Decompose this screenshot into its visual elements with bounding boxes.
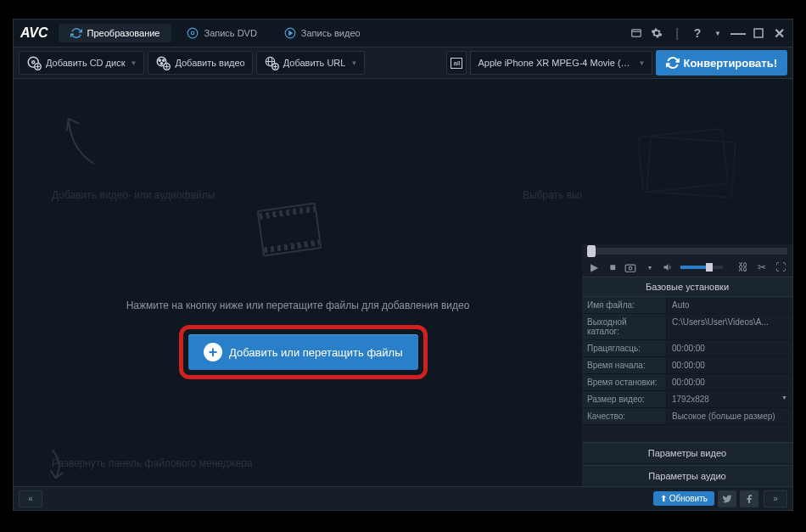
chevron-down-icon: ▼ bbox=[639, 59, 646, 67]
camera-icon[interactable] bbox=[624, 262, 638, 272]
button-label: Добавить видео bbox=[175, 58, 244, 68]
tab-dvd[interactable]: Запись DVD bbox=[175, 24, 268, 42]
button-label: Добавить или перетащить файлы bbox=[229, 346, 403, 359]
convert-button[interactable]: Конвертировать! bbox=[656, 50, 787, 76]
button-label: Обновить bbox=[669, 494, 708, 503]
update-button[interactable]: ⬆ Обновить bbox=[653, 491, 714, 506]
setting-row: Працягласць:00:00:00 bbox=[582, 340, 792, 357]
svg-point-28 bbox=[629, 266, 632, 270]
link-icon[interactable]: ⛓ bbox=[736, 261, 750, 273]
svg-rect-6 bbox=[754, 29, 763, 37]
setting-value[interactable]: Высокое (больше размер) bbox=[667, 408, 792, 424]
setting-value[interactable]: 00:00:00 bbox=[667, 340, 792, 356]
app-window: AVC Преобразование Запись DVD Запись вид… bbox=[13, 19, 793, 511]
tab-label: Запись DVD bbox=[204, 28, 256, 38]
expand-panel-button[interactable]: « bbox=[19, 490, 42, 507]
seek-slider[interactable] bbox=[587, 248, 787, 255]
hint-arrow-icon bbox=[48, 108, 108, 178]
minimize-icon[interactable]: — bbox=[731, 26, 745, 40]
drop-zone[interactable]: Добавить видео- или аудиофайлы Выбрать в… bbox=[14, 79, 582, 486]
expand-right-button[interactable]: » bbox=[764, 490, 787, 507]
volume-icon[interactable] bbox=[662, 262, 675, 272]
titlebar: AVC Преобразование Запись DVD Запись вид… bbox=[14, 20, 792, 47]
svg-point-15 bbox=[161, 63, 163, 64]
setting-row: Размер видео:1792x828▼ bbox=[582, 391, 792, 408]
player-controls: ▶ ■ ▼ ⛓ ✂ ⛶ bbox=[582, 258, 792, 277]
settings-table: Имя файла:Auto Выходной каталог:C:\Users… bbox=[582, 297, 792, 425]
film-plus-icon bbox=[155, 55, 171, 70]
svg-marker-3 bbox=[289, 31, 293, 36]
output-profile-select[interactable]: Apple iPhone XR MPEG-4 Movie (*.m... ▼ bbox=[470, 51, 652, 75]
stop-icon[interactable]: ■ bbox=[606, 261, 619, 273]
gear-icon[interactable] bbox=[650, 26, 663, 40]
svg-point-0 bbox=[188, 28, 199, 38]
right-panel: ▶ ■ ▼ ⛓ ✂ ⛶ Базовые установки Имя ф bbox=[582, 79, 792, 486]
button-label: Добавить URL bbox=[283, 58, 346, 68]
maximize-icon[interactable] bbox=[752, 26, 765, 40]
svg-rect-27 bbox=[625, 265, 635, 272]
facebook-icon[interactable] bbox=[740, 490, 758, 507]
chevron-down-icon: ▼ bbox=[131, 59, 137, 67]
add-files-button[interactable]: + Добавить или перетащить файлы bbox=[188, 334, 418, 370]
expand-icon[interactable]: ⛶ bbox=[774, 261, 787, 273]
svg-point-13 bbox=[160, 59, 161, 61]
volume-slider[interactable] bbox=[680, 266, 723, 269]
tab-label: Преобразование bbox=[87, 28, 160, 38]
app-logo: AVC bbox=[20, 25, 48, 41]
svg-marker-29 bbox=[664, 264, 669, 271]
svg-rect-4 bbox=[632, 30, 641, 36]
refresh-icon bbox=[70, 27, 82, 39]
twitter-icon[interactable] bbox=[718, 490, 736, 507]
svg-point-14 bbox=[163, 59, 165, 61]
profile-label: Apple iPhone XR MPEG-4 Movie (*.m... bbox=[478, 58, 633, 68]
setting-value[interactable]: C:\Users\User\Videos\A... bbox=[667, 314, 792, 339]
add-video-button[interactable]: Добавить видео bbox=[148, 51, 252, 75]
film-icon bbox=[636, 124, 738, 200]
button-label: Добавить CD диск bbox=[46, 58, 126, 68]
profile-all-button[interactable]: all bbox=[446, 51, 467, 75]
disc-plus-icon bbox=[26, 55, 42, 70]
svg-point-8 bbox=[32, 61, 35, 64]
close-icon[interactable]: ✕ bbox=[772, 26, 786, 40]
setting-row: Время начала:00:00:00 bbox=[582, 357, 792, 374]
help-icon[interactable]: ? bbox=[691, 26, 704, 40]
button-label: Конвертировать! bbox=[683, 57, 777, 70]
setting-row: Качество:Высокое (больше размер) bbox=[582, 408, 792, 425]
refresh-icon bbox=[666, 56, 680, 70]
setting-value[interactable]: 00:00:00 bbox=[667, 374, 792, 390]
seek-thumb[interactable] bbox=[587, 245, 596, 257]
add-button-highlight: + Добавить или перетащить файлы bbox=[179, 325, 428, 379]
film-icon bbox=[260, 206, 327, 266]
plus-circle-icon: + bbox=[204, 343, 222, 361]
instruction-text: Нажмите на кнопку ниже или перетащите фа… bbox=[14, 300, 582, 311]
add-url-button[interactable]: Добавить URL ▼ bbox=[256, 51, 366, 75]
setting-value[interactable]: 1792x828▼ bbox=[667, 391, 792, 407]
tab-convert[interactable]: Преобразование bbox=[59, 24, 172, 42]
add-cd-button[interactable]: Добавить CD диск ▼ bbox=[19, 51, 144, 75]
window-controls: | ? ▼ — ✕ bbox=[630, 26, 786, 40]
cut-icon[interactable]: ✂ bbox=[755, 261, 769, 273]
hint-add-files: Добавить видео- или аудиофайлы bbox=[52, 189, 215, 201]
svg-point-1 bbox=[192, 31, 195, 35]
toolbar: Добавить CD диск ▼ Добавить видео Добави… bbox=[14, 47, 792, 79]
globe-plus-icon bbox=[264, 55, 279, 70]
tab-record[interactable]: Запись видео bbox=[272, 24, 372, 42]
svg-rect-26 bbox=[646, 136, 735, 197]
preview-area bbox=[582, 79, 792, 244]
menu-icon[interactable] bbox=[630, 26, 643, 40]
play-circle-icon bbox=[284, 27, 296, 39]
chevron-down-icon: ▼ bbox=[350, 59, 357, 67]
all-icon: all bbox=[451, 58, 462, 69]
chevron-down-icon[interactable]: ▼ bbox=[711, 26, 725, 40]
settings-header: Базовые установки bbox=[582, 277, 792, 297]
upload-icon: ⬆ bbox=[660, 494, 667, 503]
hint-expand-fm: Развернуть панель файлового менеджера bbox=[52, 457, 253, 469]
bottom-bar: « ⬆ Обновить » bbox=[14, 486, 792, 510]
setting-value[interactable]: 00:00:00 bbox=[667, 357, 792, 373]
main-area: Добавить видео- или аудиофайлы Выбрать в… bbox=[14, 79, 792, 486]
setting-value[interactable]: Auto bbox=[667, 297, 792, 313]
play-icon[interactable]: ▶ bbox=[587, 261, 601, 273]
video-params-button[interactable]: Параметры видео bbox=[582, 442, 792, 463]
chevron-down-icon[interactable]: ▼ bbox=[643, 265, 657, 271]
audio-params-button[interactable]: Параметры аудио bbox=[582, 465, 792, 486]
